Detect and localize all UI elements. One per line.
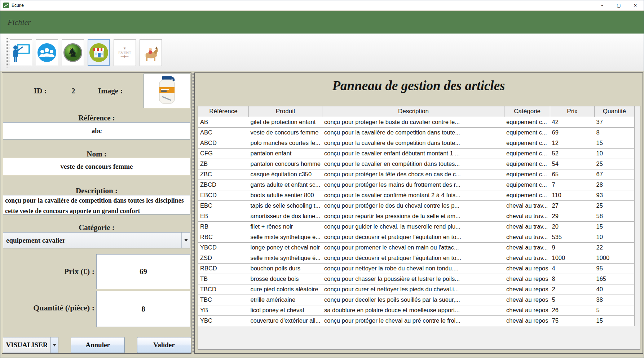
table-header-row: RéférenceProduitDescriptionCatégoriePrix… xyxy=(198,106,635,117)
table-row[interactable]: EBCtapis de selle schooling t...conçu po… xyxy=(198,200,635,211)
table-row[interactable]: RBCDbouchon poils dursconçu pour nettoye… xyxy=(198,263,635,274)
cell-quantity: 1000 xyxy=(594,253,634,263)
cell-price: 4 xyxy=(550,263,594,274)
table-row[interactable]: EBamortisseur de dos laine...conçu pour … xyxy=(198,211,635,221)
cell-reference: ABC xyxy=(198,127,249,138)
cell-category: cheval au trav... xyxy=(504,221,550,232)
cell-price: 110 xyxy=(550,190,594,200)
cell-category: cheval au repos xyxy=(504,274,550,284)
cell-reference: YB xyxy=(198,305,249,315)
table-row[interactable]: ZSDselle mixte synthétique é...conçu pou… xyxy=(198,253,635,263)
clients-button[interactable] xyxy=(36,39,58,66)
cell-category: equipement c... xyxy=(504,159,550,169)
cell-description: conçu pour nettoyer la robe du cheval no… xyxy=(322,263,504,274)
price-input[interactable]: 69 xyxy=(96,254,190,289)
cell-category: cheval au repos xyxy=(504,305,550,315)
category-select[interactable]: equipement cavalier xyxy=(3,232,190,248)
pony-button[interactable] xyxy=(140,39,162,66)
table-row[interactable]: ABgilet de protection enfantconçu pour p… xyxy=(198,117,635,127)
cell-price: 69 xyxy=(550,127,594,138)
cell-quantity: 38 xyxy=(594,295,634,305)
quantity-input[interactable]: 8 xyxy=(96,291,190,327)
chevron-down-icon[interactable] xyxy=(181,233,190,248)
price-label: Prix (€) : xyxy=(2,267,94,276)
cell-quantity: 15 xyxy=(594,138,634,148)
column-header-price[interactable]: Prix xyxy=(550,106,594,117)
column-header-category[interactable]: Catégorie xyxy=(504,106,550,117)
table-row[interactable]: YBCDlonge poney et cheval noirconçu pour… xyxy=(198,242,635,253)
image-label: Image : xyxy=(98,87,123,96)
cell-description: conçu pour decoller les poils souillés p… xyxy=(322,295,504,305)
cell-product: pantalon enfant xyxy=(249,148,322,159)
horses-button[interactable]: ♞ xyxy=(62,39,84,66)
presenter-icon xyxy=(12,43,30,63)
toolbar-drag-handle[interactable] xyxy=(5,38,10,67)
column-header-quantity[interactable]: Quantité xyxy=(594,106,634,117)
table-row[interactable]: ABCveste de concours femmeconçu pour la … xyxy=(198,127,635,138)
shop-icon xyxy=(89,43,109,62)
description-textarea[interactable]: conçu pour la cavalière de competition d… xyxy=(3,195,190,215)
cell-quantity: 15 xyxy=(594,315,634,326)
cell-reference: RB xyxy=(198,221,249,232)
clients-group-icon xyxy=(37,43,57,62)
table-row[interactable]: ZBCcasque équitation c350conçu pour prot… xyxy=(198,169,635,180)
cell-quantity: 25 xyxy=(594,200,634,211)
cell-quantity: 25 xyxy=(594,159,634,169)
maximize-button[interactable]: ▢ xyxy=(610,0,627,10)
table-row[interactable]: YBlicol poney et chevalsa doublure en po… xyxy=(198,305,635,315)
cell-reference: TBCD xyxy=(198,284,249,295)
table-row[interactable]: ZBpantalon concours hommeconçu pour le c… xyxy=(198,159,635,169)
cell-category: cheval au trav... xyxy=(504,232,550,242)
cell-quantity: 37 xyxy=(594,117,634,127)
column-header-product[interactable]: Produit xyxy=(249,106,322,117)
cell-category: cheval au trav... xyxy=(504,242,550,253)
table-row[interactable]: YBCcouverture d'extérieur all...conçu po… xyxy=(198,315,635,326)
table-scroll-viewport[interactable]: RéférenceProduitDescriptionCatégoriePrix… xyxy=(198,106,640,350)
table-row[interactable]: TBCetrille américaineconçu pour decoller… xyxy=(198,295,635,305)
events-button[interactable]: ♛ EVENT ─◆─ xyxy=(114,39,136,66)
table-row[interactable]: EBCDboots adulte sentier 800conçu pour l… xyxy=(198,190,635,200)
cell-reference: TBC xyxy=(198,295,249,305)
description-label: Description : xyxy=(2,186,191,195)
cell-reference: ZBCD xyxy=(198,180,249,190)
table-row[interactable]: ABCDpolo manches courtes fe...conçu pour… xyxy=(198,138,635,148)
article-image[interactable] xyxy=(144,74,190,108)
close-button[interactable]: ✕ xyxy=(627,0,644,10)
cell-price: 5 xyxy=(550,295,594,305)
name-label: Nom : xyxy=(2,150,191,159)
cell-product: bouchon poils durs xyxy=(249,263,322,274)
table-row[interactable]: RBCselle mixte synthétique é...conçu pou… xyxy=(198,232,635,242)
cell-reference: CFG xyxy=(198,148,249,159)
cell-description: conçu pour chasser la poussière et lustr… xyxy=(322,274,504,284)
app-icon xyxy=(3,3,9,8)
cell-reference: RBC xyxy=(198,232,249,242)
table-row[interactable]: ZBCDgants adulte et enfant sc...conçu po… xyxy=(198,180,635,190)
cancel-button[interactable]: Annuler xyxy=(71,337,125,353)
column-header-reference[interactable]: Référence xyxy=(198,106,249,117)
toolbar: ♞ xyxy=(0,34,644,71)
cell-description: conçu pour le cavalier enfant débutant m… xyxy=(322,148,504,159)
name-input[interactable]: veste de concours femme xyxy=(3,158,190,175)
table-row[interactable]: TBbrosse douce boisconçu pour chasser la… xyxy=(198,274,635,284)
table-row[interactable]: TBCDcure pied coloris aléatoireconçu pou… xyxy=(198,284,635,295)
instructors-button[interactable] xyxy=(10,39,32,66)
cell-description: conçu pour protéger le dos du cheval con… xyxy=(322,200,504,211)
articles-management-panel: Panneau de gestion des articles Référenc… xyxy=(194,72,643,354)
validate-button[interactable]: Valider xyxy=(137,337,191,353)
quantity-label: Quantité (/pièce) : xyxy=(2,303,94,313)
table-row[interactable]: RBfilet + rênes noirconçu pour guider le… xyxy=(198,221,635,232)
cell-category: cheval au repos xyxy=(504,295,550,305)
cell-category: cheval au trav... xyxy=(504,253,550,263)
cell-price: 8 xyxy=(550,274,594,284)
minimize-button[interactable]: – xyxy=(594,0,610,10)
split-divider[interactable] xyxy=(191,72,194,354)
visualiser-chevron-down-icon[interactable] xyxy=(51,337,58,353)
shop-button[interactable] xyxy=(88,39,110,66)
reference-input[interactable]: abc xyxy=(3,122,190,140)
menu-fichier[interactable]: Fichier xyxy=(5,16,34,28)
id-label: ID : xyxy=(34,87,47,96)
table-row[interactable]: CFGpantalon enfantconçu pour le cavalier… xyxy=(198,148,635,159)
visualiser-select[interactable]: VISUALISER xyxy=(3,337,51,353)
column-header-description[interactable]: Description xyxy=(322,106,504,117)
cell-description: conçu pour le cavalier en compétition da… xyxy=(322,159,504,169)
